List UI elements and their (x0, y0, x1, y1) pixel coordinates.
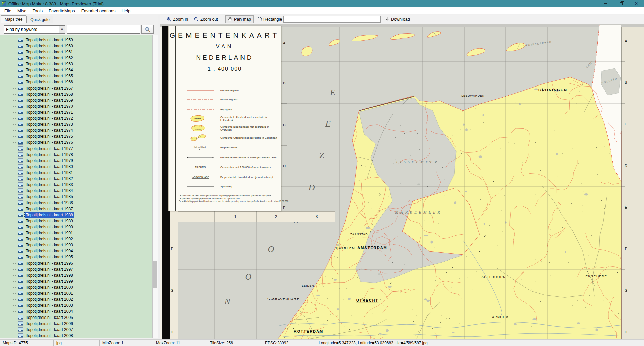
tree-connector (13, 257, 17, 257)
tree-item[interactable]: Topotijdreis.nl - kaart 1961 (0, 49, 152, 55)
tree-guide-line (5, 109, 5, 115)
zoom-in-button[interactable]: Zoom in (164, 15, 191, 23)
tree-item-label: Topotijdreis.nl - kaart 2005 (25, 315, 74, 320)
tree-item-label: Topotijdreis.nl - kaart 1980 (25, 164, 74, 169)
tree-item[interactable]: Topotijdreis.nl - kaart 1969 (0, 97, 152, 103)
tree-item[interactable]: Topotijdreis.nl - kaart 1999 (0, 278, 152, 284)
tree-item-label: Topotijdreis.nl - kaart 1990 (25, 224, 74, 230)
tree-item[interactable]: Topotijdreis.nl - kaart 2006 (0, 321, 152, 327)
tree-item[interactable]: Topotijdreis.nl - kaart 1992 (0, 236, 152, 242)
tree-item[interactable]: Topotijdreis.nl - kaart 1981 (0, 170, 152, 176)
tree-item[interactable]: Topotijdreis.nl - kaart 1989 (0, 218, 152, 224)
tree-connector (13, 185, 17, 185)
tree-item[interactable]: Topotijdreis.nl - kaart 1973 (0, 121, 152, 127)
tree-item-label: Topotijdreis.nl - kaart 1978 (25, 152, 74, 157)
tree-item[interactable]: Topotijdreis.nl - kaart 2001 (0, 290, 152, 296)
map-label: APELDOORN (481, 275, 506, 279)
menu-item-misc[interactable]: Misc (14, 8, 30, 14)
tree-item[interactable]: Topotijdreis.nl - kaart 2008 (0, 333, 152, 338)
combo-dropdown-arrow-icon[interactable]: ▼ (59, 26, 65, 33)
pan-hand-icon (228, 17, 232, 22)
tree-item[interactable]: Topotijdreis.nl - kaart 1963 (0, 61, 152, 67)
minimize-button[interactable] (598, 0, 613, 7)
tree-connector (13, 209, 17, 209)
tree-item[interactable]: Topotijdreis.nl - kaart 1995 (0, 254, 152, 260)
menu-item-tools[interactable]: Tools (30, 8, 46, 14)
zoom-out-button[interactable]: Zoom out (191, 15, 221, 23)
tree-item[interactable]: Topotijdreis.nl - kaart 1998 (0, 272, 152, 278)
menu-item-favoritemaps[interactable]: FavoriteMaps (46, 8, 78, 14)
tree-item[interactable]: Topotijdreis.nl - kaart 1972 (0, 115, 152, 121)
menu-item-favoritelocations[interactable]: FavoriteLocations (78, 8, 119, 14)
map-viewport[interactable]: IJSSELMEERMARKERMEERGRONINGERWADEEMSDOLL… (160, 24, 644, 339)
tree-guide-line (5, 49, 5, 55)
find-by-keyword-combo[interactable]: Find by Keyword ▼ (4, 25, 65, 34)
pan-map-button[interactable]: Pan map (225, 15, 254, 23)
map-thumbnail-icon (18, 74, 23, 78)
tree-item[interactable]: Topotijdreis.nl - kaart 1983 (0, 182, 152, 188)
tree-item[interactable]: Topotijdreis.nl - kaart 1979 (0, 158, 152, 164)
download-range-input[interactable] (283, 16, 381, 23)
tree-item[interactable]: Topotijdreis.nl - kaart 1975 (0, 133, 152, 139)
close-button[interactable]: × (629, 0, 644, 7)
tree-item[interactable]: Topotijdreis.nl - kaart 1962 (0, 55, 152, 61)
restore-button[interactable] (613, 0, 629, 7)
tree-item[interactable]: Topotijdreis.nl - kaart 1965 (0, 73, 152, 79)
tree-item[interactable]: Topotijdreis.nl - kaart 1960 (0, 43, 152, 49)
tree-connector (13, 100, 17, 101)
rectangle-button[interactable]: Rectangle (255, 15, 285, 23)
tree-guide-line (5, 254, 5, 260)
tree-item[interactable]: Topotijdreis.nl - kaart 1986 (0, 200, 152, 206)
tree-item[interactable]: Topotijdreis.nl - kaart 1982 (0, 176, 152, 182)
tree-connector (13, 161, 17, 161)
map-thumbnail-icon (18, 170, 23, 175)
map-thumbnail-icon (18, 104, 23, 108)
tree-item[interactable]: Topotijdreis.nl - kaart 1977 (0, 146, 152, 152)
search-button[interactable] (141, 25, 154, 34)
tree-scrollbar-thumb[interactable] (153, 261, 157, 288)
tree-item[interactable]: Topotijdreis.nl - kaart 1968 (0, 91, 152, 97)
tree-item[interactable]: Topotijdreis.nl - kaart 2003 (0, 302, 152, 308)
tree-item[interactable]: Topotijdreis.nl - kaart 1993 (0, 242, 152, 248)
legend-item: BloemendaalOverveenGemeente Bloemendaal … (181, 124, 279, 133)
tree-item[interactable]: Topotijdreis.nl - kaart 1959 (0, 37, 152, 43)
tree-scrollbar[interactable] (153, 35, 158, 338)
tab-quick-goto[interactable]: Quick goto (26, 16, 53, 23)
tree-guide-line (5, 55, 5, 61)
tree-item[interactable]: Topotijdreis.nl - kaart 1967 (0, 85, 152, 91)
tree-item[interactable]: Topotijdreis.nl - kaart 1980 (0, 164, 152, 170)
tree-item[interactable]: Topotijdreis.nl - kaart 1988 (0, 212, 152, 218)
tree-item[interactable]: Topotijdreis.nl - kaart 1984 (0, 188, 152, 194)
tree-guide-line (5, 194, 5, 200)
tree-item[interactable]: Topotijdreis.nl - kaart 1966 (0, 79, 152, 85)
tree-item[interactable]: Topotijdreis.nl - kaart 1994 (0, 248, 152, 254)
tree-item[interactable]: Topotijdreis.nl - kaart 1974 (0, 127, 152, 133)
tree-item[interactable]: Topotijdreis.nl - kaart 1991 (0, 230, 152, 236)
menu-item-help[interactable]: Help (118, 8, 133, 14)
tree-item[interactable]: Topotijdreis.nl - kaart 1997 (0, 266, 152, 272)
tree-item[interactable]: Topotijdreis.nl - kaart 2002 (0, 296, 152, 302)
status-segment: MapsID: 4775 (0, 340, 54, 346)
tree-item-label: Topotijdreis.nl - kaart 1976 (25, 140, 74, 145)
tree-item[interactable]: Topotijdreis.nl - kaart 1964 (0, 67, 152, 73)
tree-item[interactable]: Topotijdreis.nl - kaart 2004 (0, 308, 152, 314)
download-button[interactable]: Download (382, 15, 413, 23)
tree-item[interactable]: Topotijdreis.nl - kaart 1976 (0, 139, 152, 146)
tree-guide-line (5, 224, 5, 230)
search-input[interactable] (67, 25, 140, 34)
tree-connector (13, 136, 17, 137)
tree-item[interactable]: Topotijdreis.nl - kaart 1985 (0, 194, 152, 200)
tree-item[interactable]: Topotijdreis.nl - kaart 1990 (0, 224, 152, 230)
tree-item[interactable]: Topotijdreis.nl - kaart 1971 (0, 109, 152, 115)
tree-item[interactable]: Topotijdreis.nl - kaart 1987 (0, 206, 152, 212)
maps-tree[interactable]: Topotijdreis.nl - kaart 1959Topotijdreis… (0, 35, 153, 338)
tree-item[interactable]: Topotijdreis.nl - kaart 1996 (0, 260, 152, 266)
tree-connector (13, 106, 17, 107)
tree-item[interactable]: Topotijdreis.nl - kaart 1970 (0, 103, 152, 109)
menu-item-file[interactable]: File (1, 8, 14, 14)
tree-item[interactable]: Topotijdreis.nl - kaart 2007 (0, 327, 152, 333)
tree-item[interactable]: Topotijdreis.nl - kaart 2000 (0, 284, 152, 290)
tab-maps-tree[interactable]: Maps tree (1, 15, 26, 23)
tree-item[interactable]: Topotijdreis.nl - kaart 2005 (0, 314, 152, 321)
tree-item[interactable]: Topotijdreis.nl - kaart 1978 (0, 152, 152, 158)
